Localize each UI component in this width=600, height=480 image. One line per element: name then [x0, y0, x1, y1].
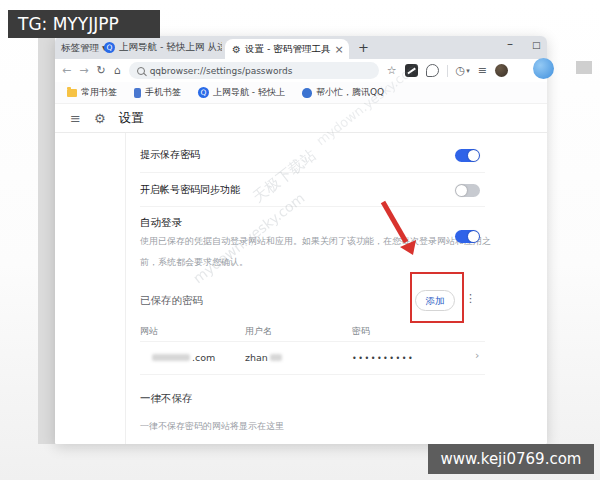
tab-strip: 标签管理 ▾ Q 上网导航 - 轻快上网 从这里开始 ⚙ 设置 - 密码管理工具… [55, 36, 547, 59]
maximize-button[interactable]: □ [532, 40, 541, 50]
close-tab-icon[interactable]: × [334, 43, 343, 56]
prompt-save-password-label: 提示保存密码 [140, 148, 200, 162]
settings-header: ≡ ⚙ 设置 [55, 104, 547, 133]
blurred-text [270, 354, 282, 361]
auto-login-description-line2: 前，系统都会要求您确认。 [140, 256, 248, 269]
new-tab-button[interactable]: + [358, 36, 369, 59]
column-password: 密码 [352, 325, 370, 338]
row-divider [140, 172, 485, 173]
bookmark-nav[interactable]: Q 上网导航 - 轻快上 [198, 86, 285, 99]
chevron-down-icon: ▾ [466, 67, 470, 75]
website-suffix: .com [192, 352, 215, 363]
tab-manager-label: 标签管理 [61, 42, 99, 53]
tab-home[interactable]: Q 上网导航 - 轻快上网 从这里开始 [104, 36, 222, 59]
folder-icon [67, 89, 77, 97]
assistant-bubble-icon[interactable] [533, 58, 554, 79]
bookmark-star-icon[interactable]: ☆ [387, 64, 397, 77]
blurred-text [152, 354, 190, 361]
username-text: zhan [245, 352, 268, 363]
download-bubble-icon[interactable] [426, 64, 439, 77]
bookmark-label: 帮小忙，腾讯QQ [316, 86, 384, 99]
reload-icon[interactable]: ↻ [96, 64, 105, 77]
sidebar-divider [125, 133, 126, 444]
tg-watermark-label: TG: MYYJJPP [8, 10, 160, 38]
auto-login-title: 自动登录 [140, 216, 182, 230]
tab-title: 上网导航 - 轻快上网 从这里开始 [119, 41, 222, 54]
forward-icon[interactable]: → [79, 64, 88, 77]
bookmark-qq[interactable]: 帮小忙，腾讯QQ [302, 86, 384, 99]
table-divider [140, 341, 485, 342]
column-username: 用户名 [245, 325, 272, 338]
saved-password-row-username: zhan [245, 352, 282, 363]
password-sync-toggle[interactable] [455, 184, 480, 197]
gear-icon: ⚙ [94, 111, 106, 126]
saved-password-row-website[interactable]: .com [152, 352, 215, 363]
browser-toolbar: ← → ↻ ⌂ qqbrowser://settings/passwords ☆… [55, 59, 547, 82]
saved-password-row-mask: •••••••••• [352, 354, 414, 363]
auto-login-toggle[interactable] [455, 230, 480, 243]
qqbrowser-logo-icon: Q [198, 87, 209, 98]
url-text[interactable]: qqbrowser://settings/passwords [150, 66, 293, 76]
bookmark-mobile[interactable]: 手机书签 [134, 86, 181, 99]
settings-content: 提示保存密码 开启帐号密码同步功能 自动登录 使用已保存的凭据自动登录网站和应用… [55, 133, 547, 444]
more-options-icon[interactable]: ⋮ [465, 292, 476, 305]
bookmark-folder[interactable]: 常用书签 [67, 86, 117, 99]
bookmarks-bar: 常用书签 手机书签 Q 上网导航 - 轻快上 帮小忙，腾讯QQ [55, 82, 547, 104]
page-title: 设置 [119, 110, 144, 127]
menu-icon[interactable]: ≡ [478, 64, 487, 77]
qq-penguin-icon [302, 88, 312, 98]
tab-manager-button[interactable]: 标签管理 ▾ [61, 36, 107, 59]
toolbar-divider [447, 65, 448, 77]
search-icon [137, 67, 145, 75]
bookmark-label: 手机书签 [145, 86, 181, 99]
back-icon[interactable]: ← [62, 64, 71, 77]
tab-title: 设置 - 密码管理工具 [245, 43, 330, 56]
extension-icon[interactable] [405, 64, 418, 77]
gear-icon: ⚙ [232, 44, 241, 55]
highlight-box-annotation [410, 272, 464, 323]
never-save-title: 一律不保存 [140, 392, 193, 406]
bookmark-label: 常用书签 [81, 86, 117, 99]
tab-settings[interactable]: ⚙ 设置 - 密码管理工具 × [225, 39, 349, 59]
chevron-right-icon[interactable]: › [475, 349, 479, 362]
column-website: 网站 [140, 325, 158, 338]
saved-passwords-title: 已保存的密码 [140, 294, 203, 308]
minimize-button[interactable]: – [507, 37, 513, 51]
qqbrowser-logo-icon: Q [104, 42, 115, 53]
table-divider [140, 374, 485, 375]
row-divider [140, 206, 485, 207]
password-sync-label: 开启帐号密码同步功能 [140, 183, 240, 197]
phone-icon [134, 88, 141, 98]
browser-window: 标签管理 ▾ Q 上网导航 - 轻快上网 从这里开始 ⚙ 设置 - 密码管理工具… [55, 36, 547, 444]
address-bar[interactable]: qqbrowser://settings/passwords [129, 62, 379, 79]
auto-login-description-line1: 使用已保存的凭据自动登录网站和应用。如果关闭了该功能，在您每次登录网站和应用之 [140, 235, 491, 248]
background-strip [38, 36, 55, 444]
home-icon[interactable]: ⌂ [114, 64, 121, 77]
prompt-save-password-toggle[interactable] [455, 149, 480, 162]
bookmark-label: 上网导航 - 轻快上 [213, 86, 285, 99]
screenshot-stage: 标签管理 ▾ Q 上网导航 - 轻快上网 从这里开始 ⚙ 设置 - 密码管理工具… [0, 0, 600, 480]
background-patch [576, 61, 592, 74]
history-menu[interactable]: ◷ ▾ [456, 64, 470, 77]
hamburger-icon[interactable]: ≡ [70, 111, 81, 126]
history-clock-icon: ◷ [456, 64, 466, 77]
profile-avatar[interactable] [495, 64, 508, 77]
never-save-empty-text: 一律不保存密码的网站将显示在这里 [140, 420, 284, 433]
site-watermark-label: www.keji0769.com [428, 444, 594, 474]
